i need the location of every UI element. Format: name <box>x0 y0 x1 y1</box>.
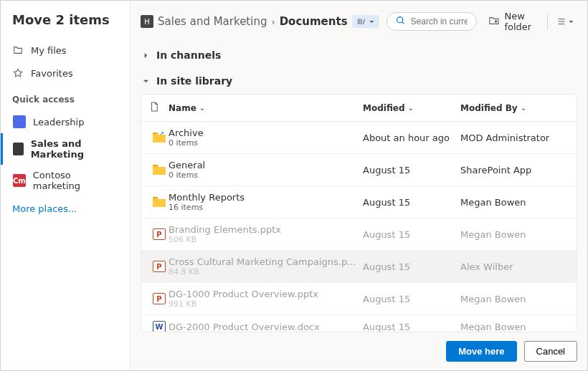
item-modified-by: Alex Wilber <box>460 261 568 272</box>
search-icon <box>396 16 405 27</box>
site-icon <box>13 143 24 155</box>
item-modified-by: Megan Bowen <box>460 197 568 208</box>
quick-access-heading: Quick access <box>1 85 130 110</box>
item-modified: August 15 <box>363 197 460 208</box>
item-modified-by: Megan Bowen <box>460 294 568 304</box>
nav-favorites[interactable]: Favorites <box>1 62 130 85</box>
new-folder-button[interactable]: New folder <box>484 8 540 35</box>
nav-label: Favorites <box>31 68 73 79</box>
sidebar-item-label: Leadership <box>33 117 84 127</box>
breadcrumb-library[interactable]: Documents <box>280 15 348 28</box>
list-header: Name⌄ Modified⌄ Modified By⌄ <box>141 95 577 122</box>
item-modified: August 15 <box>363 261 460 272</box>
powerpoint-icon: P <box>153 293 166 304</box>
item-name: Branding Elements.pptx <box>169 224 363 235</box>
item-modified-by: MOD Administrator <box>460 132 568 143</box>
star-icon <box>12 67 24 79</box>
chevron-down-icon <box>568 19 574 25</box>
item-subtext: 991 KB <box>169 299 363 309</box>
item-modified: August 15 <box>363 294 460 304</box>
nav-label: My files <box>31 45 67 56</box>
sidebar-item-contoso-marketing[interactable]: CmContoso marketing <box>1 165 130 196</box>
page-title: Move 2 items <box>1 12 130 39</box>
folder-icon <box>152 196 166 208</box>
powerpoint-icon: P <box>153 228 166 240</box>
column-modified-by[interactable]: Modified By⌄ <box>460 102 568 114</box>
item-subtext: 0 items <box>169 138 363 148</box>
section-in-channels[interactable]: In channels <box>141 42 577 68</box>
folder-row[interactable]: ↗ Archive0 items About an hour ago MOD A… <box>141 122 577 154</box>
item-subtext: 16 items <box>169 203 363 212</box>
chevron-down-icon <box>141 76 151 86</box>
word-icon: W <box>153 321 166 332</box>
item-modified: August 15 <box>363 229 460 240</box>
section-label: In channels <box>156 49 221 61</box>
more-places-link[interactable]: More places... <box>1 196 130 221</box>
view-options-button[interactable] <box>547 14 577 29</box>
library-selector[interactable] <box>352 15 379 28</box>
item-modified: About an hour ago <box>363 132 460 143</box>
search-input-wrapper[interactable] <box>387 12 478 31</box>
item-name: DG-2000 Product Overview.docx <box>169 322 363 332</box>
column-modified[interactable]: Modified⌄ <box>363 102 460 114</box>
file-row: P DG-1000 Product Overview.pptx991 KB Au… <box>141 283 577 315</box>
new-folder-label: New folder <box>504 11 536 32</box>
breadcrumb: H Sales and Marketing › Documents <box>141 15 379 28</box>
column-name[interactable]: Name⌄ <box>169 102 363 114</box>
folder-row[interactable]: Monthly Reports16 items August 15 Megan … <box>141 186 577 218</box>
folder-icon <box>12 44 24 56</box>
item-modified-by: Megan Bowen <box>460 229 568 240</box>
item-subtext: 506 KB <box>169 235 363 244</box>
item-name: DG-1000 Product Overview.pptx <box>169 289 363 299</box>
chevron-down-icon <box>369 19 375 25</box>
search-input[interactable] <box>411 16 468 26</box>
section-in-site-library[interactable]: In site library <box>141 68 577 94</box>
item-name: General <box>169 160 363 170</box>
item-subtext: 84.8 KB <box>169 267 363 276</box>
shortcut-badge-icon: ↗ <box>159 130 164 137</box>
folder-icon <box>152 164 166 175</box>
move-here-button[interactable]: Move here <box>446 341 516 362</box>
cancel-button[interactable]: Cancel <box>524 341 577 362</box>
chevron-down-icon: ⌄ <box>408 104 414 112</box>
file-type-icon[interactable] <box>150 102 169 114</box>
sidebar-item-label: Sales and Marketing <box>31 138 118 160</box>
new-folder-icon <box>488 16 500 28</box>
folder-row[interactable]: General0 items August 15 SharePoint App <box>141 154 577 186</box>
chevron-down-icon: ⌄ <box>199 104 205 112</box>
item-modified-by: SharePoint App <box>460 165 568 175</box>
item-modified: August 15 <box>363 165 460 175</box>
file-row: W DG-2000 Product Overview.docx August 1… <box>141 315 577 332</box>
nav-my-files[interactable]: My files <box>1 39 130 62</box>
chevron-right-icon <box>141 50 151 60</box>
item-modified: August 15 <box>363 322 460 332</box>
file-row: P Cross Cultural Marketing Campaigns.p..… <box>141 251 577 283</box>
site-icon: Cm <box>13 174 26 187</box>
library-icon <box>356 17 366 26</box>
list-icon <box>555 16 566 26</box>
chevron-right-icon: › <box>271 16 275 27</box>
sidebar-item-label: Contoso marketing <box>33 170 118 191</box>
site-icon: H <box>141 15 153 28</box>
sidebar-item-sales-and-marketing[interactable]: Sales and Marketing <box>1 133 130 165</box>
svg-point-0 <box>397 17 402 23</box>
sidebar-item-leadership[interactable]: Leadership <box>1 110 130 133</box>
item-name: Monthly Reports <box>169 192 363 203</box>
powerpoint-icon: P <box>153 261 166 272</box>
file-list: Name⌄ Modified⌄ Modified By⌄ ↗ Archive0 … <box>141 94 577 332</box>
item-modified-by: Megan Bowen <box>460 322 568 332</box>
item-subtext: 0 items <box>169 170 363 180</box>
breadcrumb-site[interactable]: Sales and Marketing <box>158 15 267 28</box>
section-label: In site library <box>156 75 232 87</box>
site-icon <box>13 115 26 128</box>
item-name: Cross Cultural Marketing Campaigns.p... <box>169 256 363 267</box>
item-name: Archive <box>169 127 363 138</box>
file-row: P Branding Elements.pptx506 KB August 15… <box>141 218 577 251</box>
chevron-down-icon: ⌄ <box>521 104 526 112</box>
